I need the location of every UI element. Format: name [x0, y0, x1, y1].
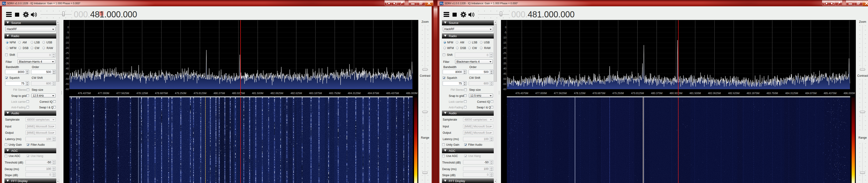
- svg-text:484.3125M: 484.3125M: [348, 92, 361, 95]
- svg-text:-5: -5: [66, 31, 69, 34]
- svg-text:480.9375M: 480.9375M: [670, 92, 682, 95]
- svg-text:-60: -60: [503, 88, 506, 90]
- svg-text:-50: -50: [503, 77, 506, 80]
- svg-text:485.4375M: 485.4375M: [386, 92, 399, 95]
- svg-text:478.125M: 478.125M: [136, 92, 148, 95]
- svg-text:-35: -35: [65, 62, 69, 65]
- svg-text:-25: -25: [503, 52, 506, 54]
- svg-text:482.625M: 482.625M: [728, 92, 740, 95]
- svg-text:480.375M: 480.375M: [651, 92, 662, 95]
- svg-text:-15: -15: [503, 41, 506, 44]
- svg-text:483.750M: 483.750M: [767, 92, 778, 95]
- svg-text:479.250M: 479.250M: [175, 92, 186, 95]
- svg-text:-50: -50: [65, 77, 69, 80]
- svg-text:-40: -40: [65, 67, 69, 70]
- svg-text:478.6875M: 478.6875M: [155, 92, 168, 95]
- svg-text:482.625M: 482.625M: [291, 92, 302, 95]
- svg-text:479.8125M: 479.8125M: [631, 92, 644, 95]
- svg-text:481.500M: 481.500M: [252, 92, 264, 95]
- svg-text:480.9375M: 480.9375M: [232, 92, 245, 95]
- svg-text:478.125M: 478.125M: [574, 92, 586, 95]
- svg-text:-20: -20: [65, 47, 69, 49]
- svg-text:485.4375M: 485.4375M: [824, 92, 836, 95]
- svg-text:480.375M: 480.375M: [214, 92, 225, 95]
- svg-text:484.875M: 484.875M: [805, 92, 817, 95]
- svg-text:-10: -10: [503, 36, 506, 39]
- svg-text:481.500M: 481.500M: [689, 92, 701, 95]
- svg-text:479.8125M: 479.8125M: [193, 92, 206, 95]
- svg-text:476.4375M: 476.4375M: [78, 92, 91, 95]
- svg-text:486.000M: 486.000M: [406, 92, 417, 95]
- svg-text:477.000M: 477.000M: [535, 92, 547, 95]
- svg-text:484.875M: 484.875M: [368, 92, 379, 95]
- svg-text:483.1875M: 483.1875M: [309, 92, 322, 95]
- svg-text:477.5625M: 477.5625M: [554, 92, 566, 95]
- svg-text:0: 0: [67, 26, 69, 29]
- svg-text:-55: -55: [503, 83, 506, 85]
- svg-text:482.0625M: 482.0625M: [270, 92, 283, 95]
- svg-text:-25: -25: [65, 52, 69, 54]
- svg-text:-60: -60: [65, 88, 69, 90]
- svg-text:477.5625M: 477.5625M: [116, 92, 129, 95]
- svg-text:-40: -40: [503, 67, 506, 70]
- svg-text:-20: -20: [503, 47, 506, 49]
- svg-text:482.0625M: 482.0625M: [708, 92, 721, 95]
- svg-text:479.250M: 479.250M: [613, 92, 624, 95]
- svg-text:483.750M: 483.750M: [329, 92, 341, 95]
- svg-text:-35: -35: [503, 62, 506, 65]
- svg-text:-5: -5: [504, 31, 506, 34]
- svg-text:478.6875M: 478.6875M: [592, 92, 605, 95]
- svg-text:-30: -30: [503, 57, 506, 59]
- svg-text:-55: -55: [65, 83, 69, 85]
- svg-text:477.000M: 477.000M: [98, 92, 110, 95]
- svg-text:476.4375M: 476.4375M: [515, 92, 528, 95]
- svg-text:486.000M: 486.000M: [844, 92, 855, 95]
- svg-text:-45: -45: [65, 72, 69, 75]
- svg-text:-45: -45: [503, 72, 506, 75]
- svg-text:483.1875M: 483.1875M: [746, 92, 759, 95]
- svg-text:-15: -15: [65, 41, 69, 44]
- svg-text:0: 0: [505, 26, 506, 29]
- svg-text:484.3125M: 484.3125M: [785, 92, 798, 95]
- svg-text:-30: -30: [65, 57, 69, 59]
- svg-text:-10: -10: [65, 36, 69, 39]
